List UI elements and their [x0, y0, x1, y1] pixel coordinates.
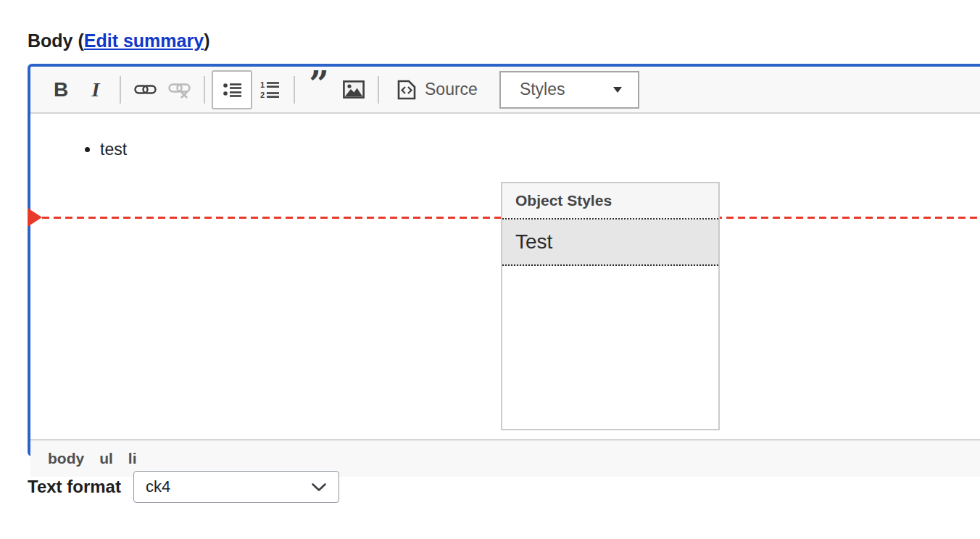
chevron-down-icon	[613, 87, 622, 97]
numbered-list-icon: 1 2	[260, 80, 280, 99]
source-icon	[397, 80, 417, 100]
edit-summary-link[interactable]: Edit summary	[84, 30, 204, 51]
styles-dropdown-panel: Object Styles Test	[501, 182, 720, 430]
bullet-list: test	[30, 138, 980, 160]
link-icon	[134, 82, 157, 97]
text-format-row: Text format ck4	[28, 471, 339, 503]
path-item-body[interactable]: body	[48, 450, 84, 467]
magicline-arrow-icon	[28, 208, 42, 227]
rich-text-editor: B I	[28, 64, 980, 456]
svg-text:1: 1	[260, 80, 265, 89]
toolbar-separator	[378, 76, 379, 104]
blockquote-button[interactable]: ”	[302, 72, 336, 108]
italic-button[interactable]: I	[78, 72, 113, 108]
toolbar-separator	[204, 76, 205, 104]
path-item-li[interactable]: li	[128, 450, 137, 467]
field-label-prefix: Body (	[28, 30, 84, 51]
text-format-label: Text format	[28, 477, 121, 497]
toolbar-separator	[294, 76, 295, 104]
text-format-select[interactable]: ck4	[133, 471, 339, 503]
unlink-button[interactable]	[162, 72, 197, 108]
unlink-icon	[168, 81, 192, 99]
styles-group-header: Object Styles	[502, 183, 718, 220]
chevron-down-icon	[311, 482, 327, 492]
source-button-label: Source	[425, 80, 478, 99]
blockquote-icon: ”	[309, 80, 329, 99]
image-button[interactable]	[336, 72, 371, 108]
styles-dropdown-button[interactable]: Styles	[499, 71, 639, 109]
editor-content-area[interactable]: test Object Styles Test	[30, 138, 980, 439]
image-icon	[343, 80, 365, 99]
numbered-list-button[interactable]: 1 2	[252, 72, 287, 108]
svg-text:2: 2	[260, 91, 265, 99]
editor-toolbar: B I	[30, 67, 980, 114]
toolbar-separator	[120, 76, 121, 104]
bulleted-list-button[interactable]	[212, 70, 252, 109]
styles-option-test[interactable]: Test	[502, 220, 718, 266]
source-button[interactable]: Source	[393, 79, 482, 101]
field-label-suffix: )	[204, 30, 209, 51]
italic-icon: I	[92, 78, 100, 101]
link-button[interactable]	[128, 72, 162, 108]
field-label: Body (Edit summary)	[28, 30, 209, 51]
styles-dropdown-label: Styles	[520, 80, 565, 99]
bulleted-list-icon	[223, 81, 242, 99]
list-item[interactable]: test	[100, 138, 980, 160]
bold-button[interactable]: B	[43, 72, 78, 108]
path-item-ul[interactable]: ul	[99, 450, 113, 467]
bold-icon: B	[54, 78, 68, 101]
text-format-value: ck4	[146, 477, 170, 496]
